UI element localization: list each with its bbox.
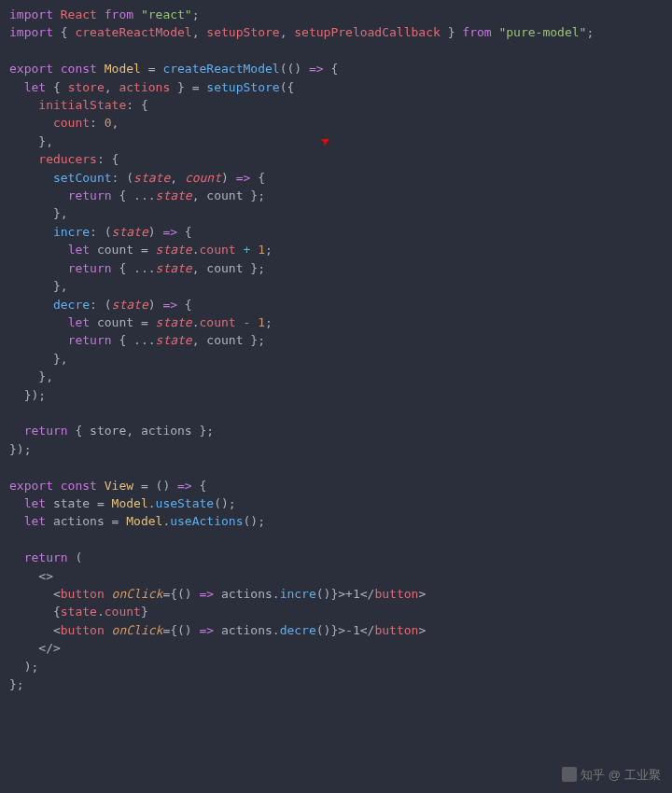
code-line: }); [9,386,663,404]
zhihu-icon [562,767,577,782]
code-line: {state.count} [9,603,663,620]
watermark: 知乎 @工业聚 [562,766,661,784]
code-line: export const View = () => { [9,477,663,494]
code-line: let count = state.count - 1; [9,313,663,331]
code-line: <button onClick={() => actions.incre()}>… [9,585,663,603]
code-line: }, [9,350,663,368]
code-line: let actions = Model.useActions(); [9,512,663,530]
code-line: <> [9,567,663,585]
code-line: }, [9,368,663,385]
code-line: return { ...state, count }; [9,259,663,277]
code-line: export const Model = createReactModel(()… [9,60,663,77]
code-line: import { createReactModel, setupStore, s… [9,23,663,41]
watermark-platform: 知乎 [581,766,605,784]
code-line: return { ...state, count }; [9,331,663,349]
watermark-author: 工业聚 [624,766,661,784]
code-editor[interactable]: import React from "react";import { creat… [9,6,663,693]
code-line: let count = state.count + 1; [9,241,663,258]
code-line: }, [9,132,663,150]
code-line: setCount: (state, count) => { [9,169,663,187]
code-line: return { store, actions }; [9,422,663,439]
code-line: let state = Model.useState(); [9,494,663,512]
code-line: </> [9,639,663,657]
code-line: decre: (state) => { [9,296,663,313]
code-line: }, [9,277,663,295]
code-line: return { ...state, count }; [9,187,663,204]
code-line: return ( [9,549,663,566]
code-line: ); [9,658,663,675]
code-line: }); [9,440,663,458]
code-line: initialState: { [9,96,663,114]
code-line: count: 0, [9,114,663,132]
code-line: let { store, actions } = setupStore({ [9,78,663,96]
code-line: <button onClick={() => actions.decre()}>… [9,621,663,639]
code-line: }; [9,675,663,693]
code-line: }, [9,204,663,222]
code-line: import React from "react"; [9,6,663,23]
code-line: reducers: { [9,150,663,168]
watermark-at: @ [609,766,621,784]
code-line: incre: (state) => { [9,223,663,241]
